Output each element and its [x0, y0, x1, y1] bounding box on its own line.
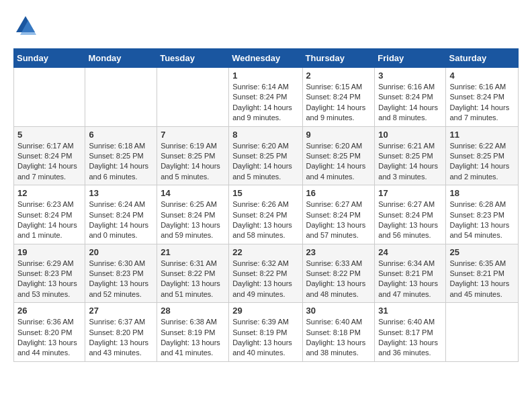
calendar-cell: 25Sunrise: 6:35 AM Sunset: 8:21 PM Dayli… [446, 244, 519, 303]
day-info: Sunrise: 6:16 AM Sunset: 8:24 PM Dayligh… [449, 82, 515, 124]
day-number: 11 [449, 130, 515, 140]
day-number: 17 [378, 188, 442, 198]
day-info: Sunrise: 6:28 AM Sunset: 8:23 PM Dayligh… [449, 199, 515, 241]
day-info: Sunrise: 6:29 AM Sunset: 8:23 PM Dayligh… [17, 259, 81, 300]
day-number: 7 [161, 130, 225, 140]
day-info: Sunrise: 6:24 AM Sunset: 8:24 PM Dayligh… [89, 199, 153, 241]
calendar-cell: 7Sunrise: 6:19 AM Sunset: 8:25 PM Daylig… [157, 126, 229, 185]
day-info: Sunrise: 6:34 AM Sunset: 8:21 PM Dayligh… [378, 259, 442, 300]
day-info: Sunrise: 6:15 AM Sunset: 8:24 PM Dayligh… [306, 82, 371, 124]
day-number: 9 [306, 130, 371, 140]
calendar-cell: 12Sunrise: 6:23 AM Sunset: 8:24 PM Dayli… [14, 185, 85, 244]
calendar-cell: 23Sunrise: 6:33 AM Sunset: 8:22 PM Dayli… [302, 244, 375, 303]
day-number: 24 [378, 247, 442, 257]
day-number: 6 [89, 130, 153, 140]
day-number: 19 [17, 247, 81, 257]
day-info: Sunrise: 6:40 AM Sunset: 8:17 PM Dayligh… [378, 317, 442, 359]
day-info: Sunrise: 6:40 AM Sunset: 8:18 PM Dayligh… [306, 317, 371, 359]
calendar-cell [446, 303, 519, 362]
day-info: Sunrise: 6:32 AM Sunset: 8:22 PM Dayligh… [232, 259, 298, 300]
day-number: 15 [232, 188, 298, 198]
weekday-header-row: SundayMondayTuesdayWednesdayThursdayFrid… [14, 49, 519, 68]
page: SundayMondayTuesdayWednesdayThursdayFrid… [0, 0, 532, 375]
calendar-cell: 13Sunrise: 6:24 AM Sunset: 8:24 PM Dayli… [85, 185, 157, 244]
day-info: Sunrise: 6:27 AM Sunset: 8:24 PM Dayligh… [306, 199, 371, 241]
calendar-cell: 4Sunrise: 6:16 AM Sunset: 8:24 PM Daylig… [446, 68, 519, 127]
calendar-cell: 17Sunrise: 6:27 AM Sunset: 8:24 PM Dayli… [375, 185, 446, 244]
day-info: Sunrise: 6:14 AM Sunset: 8:24 PM Dayligh… [232, 82, 298, 124]
day-number: 1 [232, 71, 298, 81]
calendar-cell: 8Sunrise: 6:20 AM Sunset: 8:25 PM Daylig… [229, 126, 302, 185]
weekday-header-friday: Friday [375, 49, 446, 68]
calendar-cell [14, 68, 85, 127]
day-number: 5 [17, 130, 81, 140]
day-number: 10 [378, 130, 442, 140]
calendar-week-4: 19Sunrise: 6:29 AM Sunset: 8:23 PM Dayli… [14, 244, 519, 303]
calendar-cell: 30Sunrise: 6:40 AM Sunset: 8:18 PM Dayli… [302, 303, 375, 362]
calendar-week-3: 12Sunrise: 6:23 AM Sunset: 8:24 PM Dayli… [14, 185, 519, 244]
day-info: Sunrise: 6:37 AM Sunset: 8:20 PM Dayligh… [89, 317, 153, 359]
day-info: Sunrise: 6:16 AM Sunset: 8:24 PM Dayligh… [378, 82, 442, 124]
day-number: 30 [306, 306, 371, 316]
day-number: 18 [449, 188, 515, 198]
weekday-header-wednesday: Wednesday [229, 49, 302, 68]
day-number: 23 [306, 247, 371, 257]
day-info: Sunrise: 6:30 AM Sunset: 8:23 PM Dayligh… [89, 259, 153, 300]
day-info: Sunrise: 6:18 AM Sunset: 8:25 PM Dayligh… [89, 141, 153, 183]
day-number: 14 [161, 188, 225, 198]
logo-icon [13, 13, 38, 38]
day-number: 25 [449, 247, 515, 257]
day-info: Sunrise: 6:25 AM Sunset: 8:24 PM Dayligh… [161, 199, 225, 241]
calendar-cell: 11Sunrise: 6:22 AM Sunset: 8:25 PM Dayli… [446, 126, 519, 185]
calendar-cell: 22Sunrise: 6:32 AM Sunset: 8:22 PM Dayli… [229, 244, 302, 303]
weekday-header-saturday: Saturday [446, 49, 519, 68]
calendar-cell: 19Sunrise: 6:29 AM Sunset: 8:23 PM Dayli… [14, 244, 85, 303]
calendar-cell: 1Sunrise: 6:14 AM Sunset: 8:24 PM Daylig… [229, 68, 302, 127]
day-number: 2 [306, 71, 371, 81]
day-info: Sunrise: 6:39 AM Sunset: 8:19 PM Dayligh… [232, 317, 298, 359]
day-number: 26 [17, 306, 81, 316]
day-number: 12 [17, 188, 81, 198]
calendar-cell: 2Sunrise: 6:15 AM Sunset: 8:24 PM Daylig… [302, 68, 375, 127]
weekday-header-sunday: Sunday [14, 49, 85, 68]
day-info: Sunrise: 6:26 AM Sunset: 8:24 PM Dayligh… [232, 199, 298, 241]
day-number: 22 [232, 247, 298, 257]
calendar-cell: 10Sunrise: 6:21 AM Sunset: 8:25 PM Dayli… [375, 126, 446, 185]
day-info: Sunrise: 6:38 AM Sunset: 8:19 PM Dayligh… [161, 317, 225, 359]
calendar-cell: 31Sunrise: 6:40 AM Sunset: 8:17 PM Dayli… [375, 303, 446, 362]
day-info: Sunrise: 6:19 AM Sunset: 8:25 PM Dayligh… [161, 141, 225, 183]
calendar-cell [157, 68, 229, 127]
calendar-cell: 3Sunrise: 6:16 AM Sunset: 8:24 PM Daylig… [375, 68, 446, 127]
day-info: Sunrise: 6:27 AM Sunset: 8:24 PM Dayligh… [378, 199, 442, 241]
calendar-week-5: 26Sunrise: 6:36 AM Sunset: 8:20 PM Dayli… [14, 303, 519, 362]
calendar-cell: 18Sunrise: 6:28 AM Sunset: 8:23 PM Dayli… [446, 185, 519, 244]
logo [13, 13, 40, 38]
calendar-cell: 26Sunrise: 6:36 AM Sunset: 8:20 PM Dayli… [14, 303, 85, 362]
day-number: 31 [378, 306, 442, 316]
calendar-cell: 24Sunrise: 6:34 AM Sunset: 8:21 PM Dayli… [375, 244, 446, 303]
calendar-week-2: 5Sunrise: 6:17 AM Sunset: 8:24 PM Daylig… [14, 126, 519, 185]
weekday-header-thursday: Thursday [302, 49, 375, 68]
calendar-cell: 21Sunrise: 6:31 AM Sunset: 8:22 PM Dayli… [157, 244, 229, 303]
day-info: Sunrise: 6:33 AM Sunset: 8:22 PM Dayligh… [306, 259, 371, 300]
weekday-header-monday: Monday [85, 49, 157, 68]
calendar: SundayMondayTuesdayWednesdayThursdayFrid… [13, 48, 519, 362]
calendar-cell: 5Sunrise: 6:17 AM Sunset: 8:24 PM Daylig… [14, 126, 85, 185]
header [13, 13, 519, 38]
day-number: 20 [89, 247, 153, 257]
calendar-cell: 6Sunrise: 6:18 AM Sunset: 8:25 PM Daylig… [85, 126, 157, 185]
weekday-header-tuesday: Tuesday [157, 49, 229, 68]
day-info: Sunrise: 6:17 AM Sunset: 8:24 PM Dayligh… [17, 141, 81, 183]
day-info: Sunrise: 6:20 AM Sunset: 8:25 PM Dayligh… [232, 141, 298, 183]
calendar-cell: 28Sunrise: 6:38 AM Sunset: 8:19 PM Dayli… [157, 303, 229, 362]
calendar-cell: 16Sunrise: 6:27 AM Sunset: 8:24 PM Dayli… [302, 185, 375, 244]
calendar-cell: 15Sunrise: 6:26 AM Sunset: 8:24 PM Dayli… [229, 185, 302, 244]
calendar-cell: 29Sunrise: 6:39 AM Sunset: 8:19 PM Dayli… [229, 303, 302, 362]
day-info: Sunrise: 6:20 AM Sunset: 8:25 PM Dayligh… [306, 141, 371, 183]
day-info: Sunrise: 6:36 AM Sunset: 8:20 PM Dayligh… [17, 317, 81, 359]
day-info: Sunrise: 6:22 AM Sunset: 8:25 PM Dayligh… [449, 141, 515, 183]
day-number: 4 [449, 71, 515, 81]
calendar-week-1: 1Sunrise: 6:14 AM Sunset: 8:24 PM Daylig… [14, 68, 519, 127]
day-info: Sunrise: 6:31 AM Sunset: 8:22 PM Dayligh… [161, 259, 225, 300]
calendar-cell: 27Sunrise: 6:37 AM Sunset: 8:20 PM Dayli… [85, 303, 157, 362]
